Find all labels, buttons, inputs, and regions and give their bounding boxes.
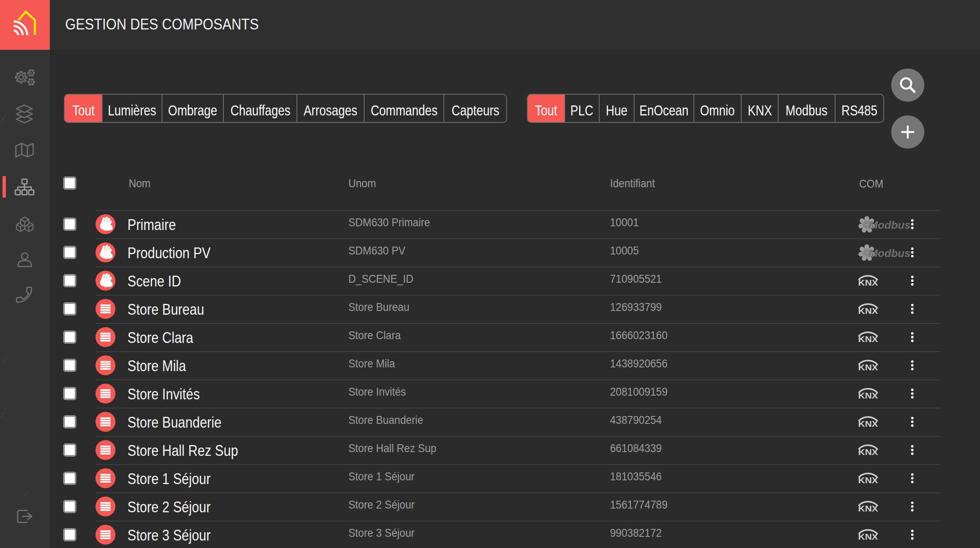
- svg-text:KNX: KNX: [858, 447, 878, 456]
- svg-text:Modbus: Modbus: [869, 248, 911, 259]
- svg-text:KNX: KNX: [858, 419, 878, 428]
- svg-text:Modbus: Modbus: [869, 220, 911, 231]
- svg-text:KNX: KNX: [858, 475, 878, 484]
- svg-text:KNX: KNX: [858, 278, 878, 286]
- svg-text:KNX: KNX: [858, 504, 878, 512]
- svg-text:KNX: KNX: [858, 334, 878, 343]
- svg-text:KNX: KNX: [858, 362, 878, 371]
- svg-text:KNX: KNX: [858, 532, 878, 541]
- svg-text:KNX: KNX: [858, 391, 878, 399]
- svg-text:KNX: KNX: [858, 306, 878, 315]
